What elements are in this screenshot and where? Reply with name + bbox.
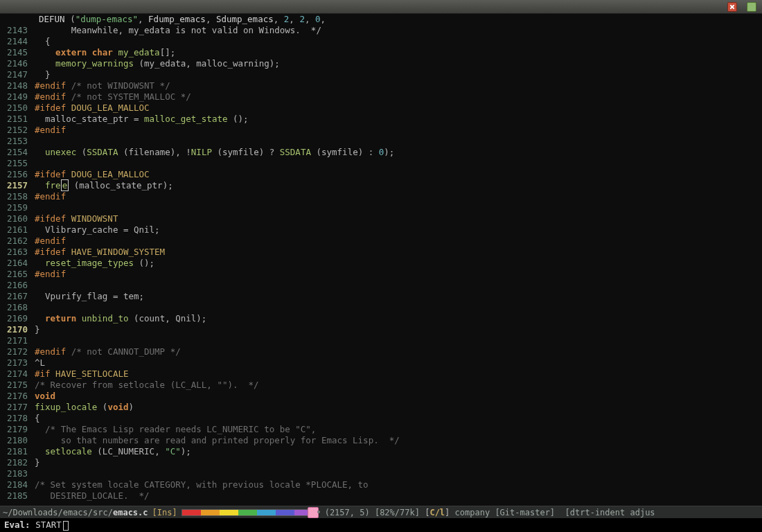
close-icon[interactable] — [727, 2, 737, 12]
code-line[interactable]: 2155 — [0, 158, 762, 169]
code-line[interactable]: 2177fixup_locale (void) — [0, 402, 762, 413]
line-text[interactable]: /* Set system locale CATEGORY, with prev… — [35, 479, 762, 490]
code-line[interactable]: 2153 — [0, 136, 762, 147]
line-text[interactable] — [35, 302, 762, 313]
line-text[interactable]: #if HAVE_SETLOCALE — [35, 369, 762, 380]
line-text[interactable] — [35, 335, 762, 346]
minibuffer-input[interactable]: START — [35, 520, 62, 530]
code-line[interactable]: 2179 /* The Emacs Lisp reader needs LC_N… — [0, 424, 762, 435]
line-number: 2176 — [0, 391, 35, 402]
line-number: 2177 — [0, 402, 35, 413]
line-text[interactable] — [35, 136, 762, 147]
code-line[interactable]: 2167 Vpurify_flag = tem; — [0, 291, 762, 302]
line-text[interactable] — [35, 468, 762, 479]
line-text[interactable]: DESIRED_LOCALE. */ — [35, 490, 762, 502]
line-text[interactable]: Vpurify_flag = tem; — [35, 291, 762, 302]
code-line[interactable]: 2158#endif — [0, 191, 762, 202]
code-line[interactable]: 2163#ifdef HAVE_WINDOW_SYSTEM — [0, 247, 762, 258]
point-cursor: e — [61, 179, 69, 191]
line-text[interactable]: } — [35, 457, 762, 468]
line-text[interactable]: /* Recover from setlocale (LC_ALL, ""). … — [35, 380, 762, 391]
code-line[interactable]: 2181 setlocale (LC_NUMERIC, "C"); — [0, 446, 762, 457]
code-line[interactable]: 2173^L — [0, 357, 762, 369]
line-text[interactable]: extern char my_edata[]; — [35, 47, 762, 58]
line-text[interactable]: reset_image_types (); — [35, 258, 762, 269]
line-text[interactable]: #endif — [35, 269, 762, 280]
minibuffer[interactable]: Eval: START — [0, 518, 762, 532]
code-line[interactable]: 2185 DESIRED_LOCALE. */ — [0, 490, 762, 502]
line-text[interactable]: { — [35, 413, 762, 424]
code-line[interactable]: 2184/* Set system locale CATEGORY, with … — [0, 479, 762, 490]
line-text[interactable]: malloc_state_ptr = malloc_get_state (); — [35, 114, 762, 125]
code-line[interactable]: 2148#endif /* not WINDOWSNT */ — [0, 80, 762, 91]
code-line[interactable]: 2157 free (malloc_state_ptr); — [0, 180, 762, 191]
code-line[interactable]: 2171 — [0, 335, 762, 346]
line-text[interactable]: unexec (SSDATA (filename), !NILP (symfil… — [35, 147, 762, 158]
code-line[interactable]: 2169 return unbind_to (count, Qnil); — [0, 313, 762, 324]
line-number: 2171 — [0, 335, 35, 346]
line-text[interactable]: } — [35, 69, 762, 80]
code-line[interactable]: 2154 unexec (SSDATA (filename), !NILP (s… — [0, 147, 762, 158]
line-text[interactable]: #endif — [35, 236, 762, 247]
line-text[interactable]: #ifdef WINDOWSNT — [35, 213, 762, 224]
maximize-icon[interactable] — [747, 2, 756, 12]
code-line[interactable]: 2162#endif — [0, 236, 762, 247]
code-line[interactable]: 2146 memory_warnings (my_edata, malloc_w… — [0, 58, 762, 69]
code-line[interactable]: 2150#ifdef DOUG_LEA_MALLOC — [0, 103, 762, 114]
code-line[interactable]: 2175/* Recover from setlocale (LC_ALL, "… — [0, 380, 762, 391]
line-text[interactable]: #endif — [35, 191, 762, 202]
line-text[interactable]: { — [35, 36, 762, 47]
code-line[interactable]: 2159 — [0, 202, 762, 213]
line-text[interactable]: #endif /* not WINDOWSNT */ — [35, 80, 762, 91]
code-line[interactable]: 2170} — [0, 324, 762, 335]
code-line[interactable]: 2164 reset_image_types (); — [0, 258, 762, 269]
code-line[interactable]: 2156#ifdef DOUG_LEA_MALLOC — [0, 169, 762, 180]
code-line[interactable]: 2174#if HAVE_SETLOCALE — [0, 369, 762, 380]
code-line[interactable]: 2149#endif /* not SYSTEM_MALLOC */ — [0, 91, 762, 103]
code-line[interactable]: 2180 so that numbers are read and printe… — [0, 435, 762, 446]
line-text[interactable]: #ifdef DOUG_LEA_MALLOC — [35, 169, 762, 180]
line-text[interactable]: #ifdef DOUG_LEA_MALLOC — [35, 103, 762, 114]
line-number: 2164 — [0, 258, 35, 269]
line-text[interactable]: ^L — [35, 357, 762, 369]
code-line[interactable]: 2182} — [0, 457, 762, 468]
line-text[interactable]: /* The Emacs Lisp reader needs LC_NUMERI… — [35, 424, 762, 435]
code-line[interactable]: 2147 } — [0, 69, 762, 80]
code-line[interactable]: 2178{ — [0, 413, 762, 424]
code-line[interactable]: 2168 — [0, 302, 762, 313]
line-text[interactable]: Vlibrary_cache = Qnil; — [35, 224, 762, 236]
line-text[interactable]: so that numbers are read and printed pro… — [35, 435, 762, 446]
code-line[interactable]: 2161 Vlibrary_cache = Qnil; — [0, 224, 762, 236]
editor-buffer[interactable]: DEFUN ("dump-emacs", Fdump_emacs, Sdump_… — [0, 14, 762, 506]
line-text[interactable] — [35, 280, 762, 291]
line-text[interactable]: } — [35, 324, 762, 335]
line-text[interactable]: Meanwhile, my_edata is not valid on Wind… — [35, 25, 762, 36]
line-text[interactable]: memory_warnings (my_edata, malloc_warnin… — [35, 58, 762, 69]
code-line[interactable]: 2160#ifdef WINDOWSNT — [0, 213, 762, 224]
line-text[interactable]: free (malloc_state_ptr); — [35, 180, 762, 191]
code-line[interactable]: 2172#endif /* not CANNOT_DUMP */ — [0, 346, 762, 357]
code-area[interactable]: 2143 Meanwhile, my_edata is not valid on… — [0, 25, 762, 502]
line-text[interactable]: fixup_locale (void) — [35, 402, 762, 413]
code-line[interactable]: 2166 — [0, 280, 762, 291]
line-text[interactable]: #endif /* not CANNOT_DUMP */ — [35, 346, 762, 357]
line-text[interactable]: #endif /* not SYSTEM_MALLOC */ — [35, 91, 762, 103]
code-line[interactable]: 2152#endif — [0, 125, 762, 136]
line-text[interactable] — [35, 158, 762, 169]
line-text[interactable]: return unbind_to (count, Qnil); — [35, 313, 762, 324]
line-text[interactable]: setlocale (LC_NUMERIC, "C"); — [35, 446, 762, 457]
code-line[interactable]: 2151 malloc_state_ptr = malloc_get_state… — [0, 114, 762, 125]
buffer-name[interactable]: emacs.c — [113, 507, 148, 518]
line-number: 2172 — [0, 346, 35, 357]
line-text[interactable]: #endif — [35, 125, 762, 136]
line-text[interactable]: void — [35, 391, 762, 402]
code-line[interactable]: 2145 extern char my_edata[]; — [0, 47, 762, 58]
line-text[interactable] — [35, 202, 762, 213]
code-line[interactable]: 2143 Meanwhile, my_edata is not valid on… — [0, 25, 762, 36]
code-line[interactable]: 2176void — [0, 391, 762, 402]
code-line[interactable]: 2183 — [0, 468, 762, 479]
code-line[interactable]: 2165#endif — [0, 269, 762, 280]
line-text[interactable]: #ifdef HAVE_WINDOW_SYSTEM — [35, 247, 762, 258]
code-line[interactable]: 2144 { — [0, 36, 762, 47]
nyan-progress[interactable] — [181, 509, 317, 516]
